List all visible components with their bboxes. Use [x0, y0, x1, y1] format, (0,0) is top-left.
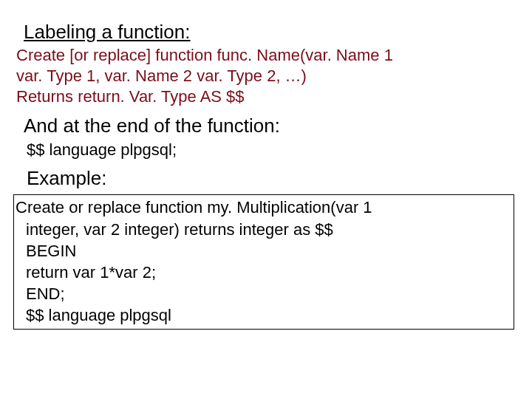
example-line: return var 1*var 2;	[16, 262, 512, 283]
footer-code: $$ language plpgsql;	[27, 140, 516, 160]
subheading: And at the end of the function:	[24, 115, 516, 137]
section-heading: Labeling a function:	[24, 21, 516, 44]
syntax-line: var. Type 1, var. Name 2 var. Type 2, …)	[16, 66, 516, 86]
example-line: BEGIN	[16, 240, 512, 262]
syntax-block: Create [or replace] function func. Name(…	[16, 45, 516, 107]
example-label: Example:	[27, 167, 516, 190]
example-box: Create or replace function my. Multiplic…	[13, 194, 514, 329]
example-line: integer, var 2 integer) returns integer …	[16, 219, 512, 240]
syntax-line: Returns return. Var. Type AS $$	[16, 86, 516, 107]
example-line: $$ language plpgsql	[16, 304, 512, 326]
syntax-line: Create [or replace] function func. Name(…	[16, 45, 516, 66]
example-line: END;	[16, 283, 512, 304]
example-line: Create or replace function my. Multiplic…	[16, 197, 512, 218]
